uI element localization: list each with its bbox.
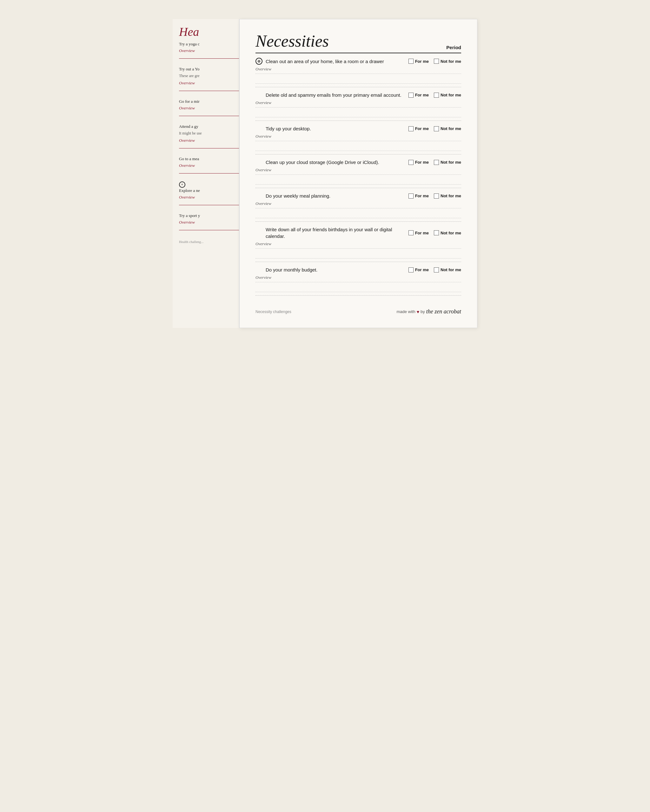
task-header-t5: Do your weekly meal planning. For me Not…	[255, 192, 461, 199]
task-overview-t7: Overview	[255, 275, 461, 280]
for-me-label-t5: For me	[415, 194, 429, 198]
for-me-checkbox-t3[interactable]	[408, 126, 413, 131]
task-line1-t6	[255, 248, 461, 249]
not-for-me-checkbox-t1[interactable]	[434, 59, 439, 64]
not-for-me-checkbox-t6[interactable]	[434, 230, 439, 235]
task-spacer-t5	[255, 210, 461, 216]
task-header-t4: Clean up your cloud storage (Google Driv…	[255, 159, 461, 166]
task-spacer-t6	[255, 250, 461, 256]
not-for-me-checkbox-t7[interactable]	[434, 267, 439, 272]
task-left-t6: Write down all of your friends birthdays…	[255, 226, 408, 240]
page-title: Necessities	[255, 32, 329, 50]
task-header-t1: ⊕ Clean out an area of your home, like a…	[255, 58, 461, 65]
for-me-group-t7[interactable]: For me	[408, 267, 429, 272]
task-overview-t4: Overview	[255, 168, 461, 172]
not-for-me-checkbox-t5[interactable]	[434, 194, 439, 198]
not-for-me-checkbox-t3[interactable]	[434, 126, 439, 131]
task-overview-t1: Overview	[255, 67, 461, 72]
task-line2-t4	[255, 184, 461, 185]
task-line1-t5	[255, 208, 461, 208]
not-for-me-label-t1: Not for me	[440, 59, 461, 64]
tasks-container: ⊕ Clean out an area of your home, like a…	[255, 53, 461, 296]
sidebar-item-title-s7: Try a sport y	[179, 213, 239, 218]
task-line2-t1	[255, 83, 461, 84]
not-for-me-group-t1[interactable]: Not for me	[434, 59, 461, 64]
not-for-me-label-t4: Not for me	[440, 160, 461, 165]
sidebar-item-subtitle-s4: It might be use	[179, 131, 239, 136]
footer-brand-area: made with ♥ by the zen acrobat	[396, 308, 461, 315]
period-label: Period	[446, 45, 461, 50]
sidebar-section-s1: Try a yoga cOverview	[179, 41, 239, 59]
task-header-t7: Do your monthly budget. For me Not for m…	[255, 266, 461, 273]
sidebar-item-subtitle-s2: These are gre	[179, 73, 239, 79]
task-overview-t2: Overview	[255, 100, 461, 105]
sidebar-section-s6: +Explore a neOverview	[179, 181, 239, 205]
sidebar-overview-s6: Overview	[179, 195, 239, 200]
for-me-checkbox-t1[interactable]	[408, 59, 413, 64]
sidebar: Hea Try a yoga cOverviewTry out a YoThes…	[173, 19, 239, 328]
for-me-checkbox-t5[interactable]	[408, 194, 413, 198]
task-line2-t3	[255, 151, 461, 151]
task-left-t5: Do your weekly meal planning.	[255, 192, 408, 199]
task-checkboxes-t4: For me Not for me	[408, 160, 461, 165]
not-for-me-label-t5: Not for me	[440, 194, 461, 198]
not-for-me-group-t3[interactable]: Not for me	[434, 126, 461, 131]
for-me-group-t1[interactable]: For me	[408, 59, 429, 64]
for-me-label-t2: For me	[415, 93, 429, 98]
task-row-t4: Clean up your cloud storage (Google Driv…	[255, 154, 461, 188]
not-for-me-group-t6[interactable]: Not for me	[434, 230, 461, 235]
task-left-t4: Clean up your cloud storage (Google Driv…	[255, 159, 408, 166]
for-me-group-t6[interactable]: For me	[408, 230, 429, 235]
task-title-t7: Do your monthly budget.	[266, 266, 317, 273]
task-title-t3: Tidy up your desktop.	[266, 125, 311, 132]
not-for-me-group-t7[interactable]: Not for me	[434, 267, 461, 272]
for-me-group-t3[interactable]: For me	[408, 126, 429, 131]
for-me-checkbox-t4[interactable]	[408, 160, 413, 165]
task-spacer-t3	[255, 143, 461, 149]
heart-icon: ♥	[417, 309, 419, 314]
task-row-t5: Do your weekly meal planning. For me Not…	[255, 188, 461, 222]
sidebar-item-title-s6: Explore a ne	[179, 188, 239, 194]
task-line1-t1	[255, 73, 461, 74]
for-me-checkbox-t7[interactable]	[408, 267, 413, 272]
footer-row: Necessity challenges made with ♥ by the …	[255, 305, 461, 315]
not-for-me-checkbox-t2[interactable]	[434, 93, 439, 98]
for-me-group-t2[interactable]: For me	[408, 93, 429, 98]
task-title-t5: Do your weekly meal planning.	[266, 192, 330, 199]
task-row-t1: ⊕ Clean out an area of your home, like a…	[255, 53, 461, 87]
for-me-group-t5[interactable]: For me	[408, 194, 429, 198]
sidebar-item-title-s1: Try a yoga c	[179, 41, 239, 47]
not-for-me-label-t6: Not for me	[440, 230, 461, 235]
sidebar-item-title-s2: Try out a Yo	[179, 66, 239, 72]
task-checkboxes-t3: For me Not for me	[408, 126, 461, 131]
sidebar-section-s4: Attend a gyIt might be useOverview	[179, 124, 239, 148]
for-me-checkbox-t6[interactable]	[408, 230, 413, 235]
task-line1-t4	[255, 174, 461, 175]
sidebar-section-s7: Try a sport yOverview	[179, 213, 239, 230]
task-checkboxes-t6: For me Not for me	[408, 230, 461, 235]
task-line1-t7	[255, 282, 461, 282]
task-row-t7: Do your monthly budget. For me Not for m…	[255, 262, 461, 296]
task-left-t2: Delete old and spammy emails from your p…	[255, 92, 408, 98]
task-checkboxes-t2: For me Not for me	[408, 93, 461, 98]
header-row: Necessities Period	[255, 32, 461, 53]
sidebar-overview-s4: Overview	[179, 138, 239, 143]
task-overview-t6: Overview	[255, 241, 461, 246]
not-for-me-label-t2: Not for me	[440, 93, 461, 98]
sidebar-section-s3: Go for a mirOverview	[179, 99, 239, 116]
sidebar-overview-s2: Overview	[179, 81, 239, 85]
task-row-t3: Tidy up your desktop. For me Not for me …	[255, 121, 461, 154]
not-for-me-group-t5[interactable]: Not for me	[434, 194, 461, 198]
for-me-label-t3: For me	[415, 126, 429, 131]
not-for-me-group-t2[interactable]: Not for me	[434, 93, 461, 98]
not-for-me-group-t4[interactable]: Not for me	[434, 160, 461, 165]
footer-by: by	[421, 309, 425, 314]
for-me-group-t4[interactable]: For me	[408, 160, 429, 165]
task-line2-t7	[255, 292, 461, 292]
sidebar-item-title-s4: Attend a gy	[179, 124, 239, 130]
task-spacer-t1	[255, 76, 461, 81]
not-for-me-checkbox-t4[interactable]	[434, 160, 439, 165]
sidebar-overview-s7: Overview	[179, 220, 239, 225]
task-spacer-t7	[255, 284, 461, 290]
for-me-checkbox-t2[interactable]	[408, 93, 413, 98]
